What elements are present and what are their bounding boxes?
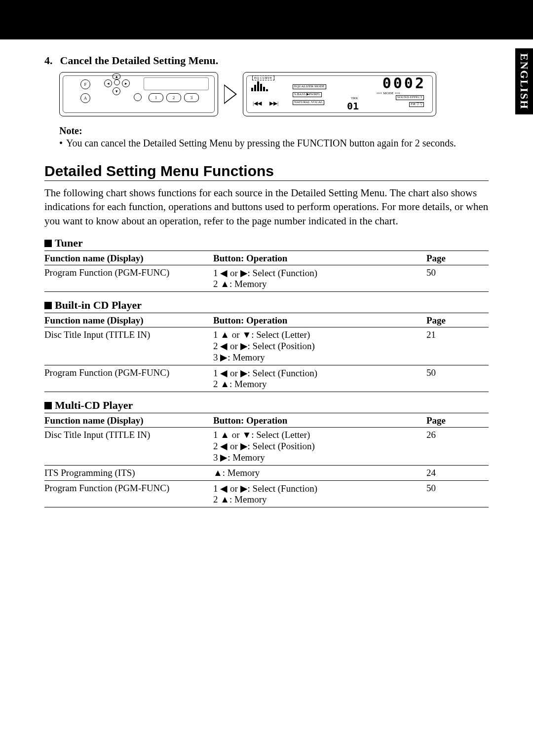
mini-display	[144, 77, 209, 90]
step-heading: 4. Cancel the Detailed Setting Menu.	[44, 54, 489, 67]
dpad-right: ▸	[122, 79, 130, 87]
operation-line: 3 ▶: Memory	[213, 452, 426, 463]
step-text: Cancel the Detailed Setting Menu.	[60, 54, 219, 67]
table-row: Disc Title Input (TITLE IN)1 ▲ or ▼: Sel…	[44, 327, 489, 365]
dpad-up: ▴	[113, 73, 120, 79]
button-a: A	[80, 93, 90, 103]
display-panel-diagram: EQ CURVE EQUALIZER MODE S.BASS ▶PWRFL NA…	[243, 72, 436, 116]
diagram-row: F A ◂ ▸ ▴ ▾ 1 2 3 EQ CURVE	[59, 72, 489, 116]
cell-page: 50	[426, 265, 489, 292]
cell-page: 50	[426, 481, 489, 507]
cell-page: 21	[426, 327, 489, 365]
note-text: You can cancel the Detailed Setting Menu…	[66, 138, 456, 148]
table-row: Disc Title Input (TITLE IN)1 ▲ or ▼: Sel…	[44, 428, 489, 466]
col-function-name: Function name (Display)	[44, 413, 213, 428]
function-table: Function name (Display)Button: Operation…	[44, 413, 489, 507]
operation-line: 2 ▲: Memory	[213, 379, 426, 390]
cell-function-name: Disc Title Input (TITLE IN)	[44, 327, 213, 365]
lcd-readout: 0002	[382, 74, 426, 92]
preset-1: 1	[149, 93, 163, 102]
trk-number: 01	[347, 100, 359, 112]
cell-operation: 1 ▲ or ▼: Select (Letter)2 ◀ or ▶: Selec…	[213, 327, 426, 365]
cell-function-name: Disc Title Input (TITLE IN)	[44, 428, 213, 466]
next-icon: ▶▶|	[268, 100, 280, 107]
operation-line: 2 ▲: Memory	[213, 494, 426, 505]
function-tables: TunerFunction name (Display)Button: Oper…	[44, 237, 489, 507]
operation-line: 1 ◀ or ▶: Select (Function)	[213, 483, 426, 494]
cell-operation: 1 ▲ or ▼: Select (Letter)2 ◀ or ▶: Selec…	[213, 428, 426, 466]
arrow-icon	[224, 84, 237, 104]
col-button-operation: Button: Operation	[213, 251, 426, 265]
operation-line: 2 ◀ or ▶: Select (Position)	[213, 340, 426, 352]
cell-function-name: ITS Programming (ITS)	[44, 466, 213, 481]
control-panel-diagram: F A ◂ ▸ ▴ ▾ 1 2 3	[59, 72, 218, 116]
table-row: Program Function (PGM-FUNC)1 ◀ or ▶: Sel…	[44, 365, 489, 392]
cell-function-name: Program Function (PGM-FUNC)	[44, 365, 213, 392]
button-f: F	[80, 79, 90, 89]
operation-line: 1 ▲ or ▼: Select (Letter)	[213, 430, 426, 440]
note-heading: Note:	[59, 125, 489, 137]
natural-vocal-label: NATURAL VOCAL	[293, 100, 324, 105]
col-button-operation: Button: Operation	[213, 413, 426, 428]
subsection-heading: Multi-CD Player	[44, 399, 489, 413]
section-title: Detailed Setting Menu Functions	[44, 163, 489, 181]
function-table: Function name (Display)Button: Operation…	[44, 251, 489, 292]
cell-operation: 1 ◀ or ▶: Select (Function)2 ▲: Memory	[213, 265, 426, 292]
page-content: ENGLISH 4. Cancel the Detailed Setting M…	[0, 39, 533, 522]
note-body: •You can cancel the Detailed Setting Men…	[59, 138, 489, 149]
sound-effect-label: SOUND EFFECT	[396, 95, 424, 100]
function-table: Function name (Display)Button: Operation…	[44, 313, 489, 392]
step-number: 4.	[44, 54, 57, 67]
cell-page: 24	[426, 466, 489, 481]
header-black-bar	[0, 0, 533, 39]
cell-page: 50	[426, 365, 489, 392]
col-function-name: Function name (Display)	[44, 313, 213, 327]
trk-label: TRK	[351, 96, 358, 100]
operation-line: 1 ◀ or ▶: Select (Function)	[213, 367, 426, 379]
table-row: Program Function (PGM-FUNC)1 ◀ or ▶: Sel…	[44, 265, 489, 292]
eq-bars	[251, 80, 281, 91]
eq-curve-label: EQ CURVE	[252, 75, 274, 80]
operation-line: 2 ▲: Memory	[213, 279, 426, 289]
preset-2: 2	[166, 93, 181, 102]
cell-function-name: Program Function (PGM-FUNC)	[44, 481, 213, 507]
dpad-left: ◂	[104, 79, 112, 87]
cell-page: 26	[426, 428, 489, 466]
table-row: ITS Programming (ITS)▲: Memory24	[44, 466, 489, 481]
operation-line: ▲: Memory	[213, 468, 426, 478]
col-page: Page	[426, 413, 489, 428]
cell-operation: ▲: Memory	[213, 466, 426, 481]
sbass-label: S.BASS ▶PWRFL	[293, 92, 322, 97]
equalizer-mode-label: EQUALIZER MODE	[293, 84, 326, 89]
dpad-down: ▾	[113, 87, 120, 95]
operation-line: 2 ◀ or ▶: Select (Position)	[213, 440, 426, 452]
col-function-name: Function name (Display)	[44, 251, 213, 265]
col-page: Page	[426, 251, 489, 265]
operation-line: 1 ◀ or ▶: Select (Function)	[213, 267, 426, 279]
subsection-heading: Built-in CD Player	[44, 299, 489, 313]
cell-function-name: Program Function (PGM-FUNC)	[44, 265, 213, 292]
aux-circle	[134, 93, 142, 101]
operation-line: 1 ▲ or ▼: Select (Letter)	[213, 329, 426, 340]
operation-line: 3 ▶: Memory	[213, 352, 426, 363]
fie-label: FIE ▽ ▽	[409, 102, 424, 107]
table-row: Program Function (PGM-FUNC)1 ◀ or ▶: Sel…	[44, 481, 489, 507]
subsection-heading: Tuner	[44, 237, 489, 251]
dpad-center	[114, 79, 120, 85]
mode-label: •••• MODE ••••	[377, 91, 400, 95]
prev-icon: |◀◀	[251, 100, 263, 107]
section-intro: The following chart shows functions for …	[44, 186, 489, 228]
preset-3: 3	[184, 93, 199, 102]
language-tab: ENGLISH	[515, 48, 533, 114]
cell-operation: 1 ◀ or ▶: Select (Function)2 ▲: Memory	[213, 365, 426, 392]
cell-operation: 1 ◀ or ▶: Select (Function)2 ▲: Memory	[213, 481, 426, 507]
col-page: Page	[426, 313, 489, 327]
col-button-operation: Button: Operation	[213, 313, 426, 327]
